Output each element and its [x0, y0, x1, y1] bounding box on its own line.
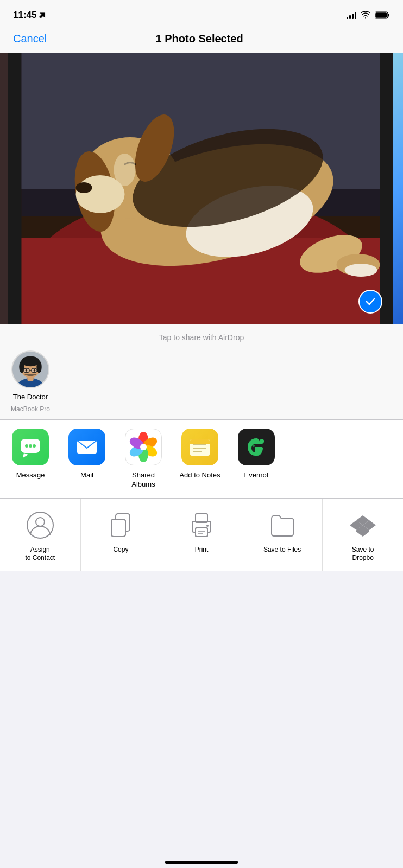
- svg-point-34: [25, 444, 28, 448]
- svg-rect-55: [111, 519, 125, 537]
- save-dropbox-action[interactable]: Save to Dropbo: [323, 499, 403, 571]
- avatar: [11, 350, 49, 388]
- dropbox-label: Save to Dropbo: [352, 546, 374, 563]
- shared-albums-app[interactable]: Shared Albums: [122, 429, 165, 489]
- svg-point-36: [33, 444, 36, 448]
- save-files-label: Save to Files: [263, 546, 301, 554]
- svg-point-63: [206, 525, 209, 527]
- main-photo: [8, 53, 393, 324]
- svg-rect-2: [388, 14, 390, 17]
- save-files-action[interactable]: Save to Files: [242, 499, 323, 571]
- message-app[interactable]: Message: [9, 429, 52, 489]
- print-action[interactable]: Print: [161, 499, 242, 571]
- svg-rect-59: [196, 528, 207, 537]
- status-bar: 11:45: [0, 0, 403, 27]
- notes-label: Add to Notes: [179, 471, 220, 480]
- apps-section: Message Mail: [0, 420, 403, 499]
- airdrop-section: Tap to share with AirDrop: [0, 324, 403, 420]
- print-icon: [186, 510, 217, 540]
- shared-albums-label: Shared Albums: [131, 471, 155, 489]
- svg-point-15: [76, 182, 92, 193]
- photos-icon: [125, 429, 162, 465]
- assign-contact-icon: [25, 510, 55, 540]
- svg-point-52: [27, 512, 53, 538]
- svg-point-51: [253, 445, 255, 447]
- svg-point-31: [34, 369, 36, 372]
- photo-strip: [0, 53, 403, 324]
- assign-contact-label: Assign to Contact: [25, 546, 55, 563]
- svg-rect-1: [375, 12, 387, 18]
- mail-label: Mail: [80, 471, 93, 480]
- battery-icon: [375, 11, 390, 19]
- copy-action[interactable]: Copy: [81, 499, 162, 571]
- signal-strength: [347, 11, 356, 19]
- notes-icon: [181, 429, 218, 465]
- copy-icon: [105, 510, 136, 540]
- messages-icon: [12, 429, 49, 465]
- location-icon: [39, 11, 46, 19]
- dropbox-icon: [348, 510, 378, 540]
- airdrop-contacts: The Doctor MacBook Pro: [11, 350, 392, 413]
- actions-section: Assign to Contact Copy: [0, 499, 403, 571]
- print-label: Print: [195, 546, 209, 554]
- next-photo[interactable]: [393, 53, 403, 324]
- evernote-label: Evernot: [244, 471, 269, 480]
- svg-point-35: [29, 444, 32, 448]
- copy-label: Copy: [113, 546, 128, 554]
- nav-bar: Cancel 1 Photo Selected: [0, 27, 403, 53]
- assign-contact-action[interactable]: Assign to Contact: [0, 499, 81, 571]
- save-files-icon: [267, 510, 298, 540]
- svg-point-44: [140, 444, 147, 450]
- evernote-app[interactable]: Evernot: [235, 429, 278, 489]
- svg-marker-33: [23, 453, 28, 458]
- mail-icon: [68, 429, 105, 465]
- messages-label: Message: [16, 471, 45, 480]
- airdrop-label: Tap to share with AirDrop: [11, 333, 392, 342]
- cancel-button[interactable]: Cancel: [13, 33, 47, 45]
- status-time: 11:45: [13, 10, 46, 21]
- wifi-icon: [361, 11, 370, 19]
- apps-scroll: Message Mail: [9, 429, 403, 489]
- airdrop-contact[interactable]: The Doctor MacBook Pro: [11, 350, 50, 413]
- notes-app[interactable]: Add to Notes: [178, 429, 222, 489]
- contact-device: MacBook Pro: [11, 405, 50, 413]
- evernote-icon: [238, 429, 275, 465]
- home-indicator: [165, 861, 238, 864]
- selection-checkmark: [358, 290, 382, 314]
- svg-point-53: [36, 518, 45, 526]
- page-title: 1 Photo Selected: [156, 33, 243, 45]
- svg-point-16: [114, 154, 136, 186]
- prev-photo[interactable]: [0, 53, 8, 324]
- status-icons: [347, 11, 390, 19]
- svg-rect-50: [190, 442, 210, 444]
- mail-app[interactable]: Mail: [65, 429, 109, 489]
- share-sheet: Tap to share with AirDrop: [0, 324, 403, 571]
- svg-point-30: [26, 369, 28, 372]
- contact-name: The Doctor: [13, 393, 48, 401]
- svg-point-19: [345, 264, 377, 277]
